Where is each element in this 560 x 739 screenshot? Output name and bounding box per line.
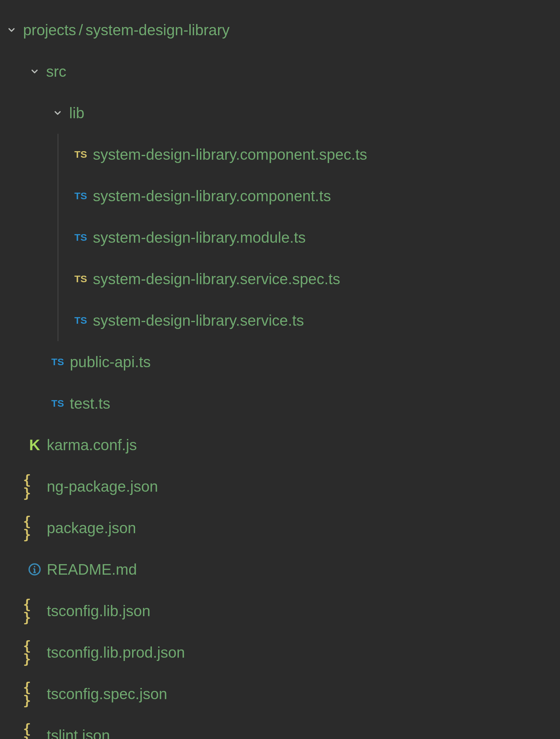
file-icon: { } bbox=[23, 639, 46, 666]
tree-indent bbox=[0, 217, 23, 258]
tree-indent bbox=[23, 92, 46, 134]
tree-folder-src[interactable]: src bbox=[0, 51, 560, 92]
file-label: system-design-library.component.ts bbox=[93, 188, 331, 203]
tree-indent bbox=[23, 258, 46, 300]
file-icon: { } bbox=[23, 598, 46, 624]
tree-file[interactable]: { }tsconfig.lib.json bbox=[0, 590, 560, 632]
tree-file[interactable]: README.md bbox=[0, 549, 560, 590]
tree-indent bbox=[23, 383, 46, 424]
tree-indent bbox=[23, 341, 46, 383]
json-file-icon: { } bbox=[23, 473, 46, 499]
ts-spec-file-icon: TS bbox=[75, 150, 87, 159]
tree-indent bbox=[46, 175, 69, 217]
tree-indent bbox=[0, 466, 23, 507]
tree-indent bbox=[0, 300, 23, 341]
tree-indent bbox=[0, 383, 23, 424]
breadcrumb-segment: system-design-library bbox=[86, 21, 230, 38]
tree-indent bbox=[0, 507, 23, 549]
tree-file[interactable]: TSsystem-design-library.service.ts bbox=[0, 300, 560, 341]
file-label: package.json bbox=[47, 520, 136, 536]
tree-indent bbox=[46, 217, 69, 258]
chevron-down-icon[interactable] bbox=[0, 25, 23, 35]
chevron-down-icon[interactable] bbox=[46, 108, 69, 118]
json-file-icon: { } bbox=[23, 681, 46, 707]
tree-indent bbox=[0, 673, 23, 715]
file-label: tsconfig.lib.json bbox=[47, 603, 151, 618]
tree-indent bbox=[23, 134, 46, 175]
tree-indent bbox=[46, 134, 69, 175]
tree-file[interactable]: { }package.json bbox=[0, 507, 560, 549]
karma-file-icon: K bbox=[29, 437, 40, 452]
file-label: tsconfig.lib.prod.json bbox=[47, 645, 185, 660]
file-icon: { } bbox=[23, 473, 46, 499]
tree-indent bbox=[0, 92, 23, 134]
file-label: public-api.ts bbox=[70, 354, 151, 370]
tree-file[interactable]: { }tslint.json bbox=[0, 715, 560, 739]
file-label: tsconfig.spec.json bbox=[47, 686, 167, 702]
file-icon: TS bbox=[46, 399, 69, 408]
readme-file-icon bbox=[23, 562, 46, 577]
tree-file[interactable]: TSsystem-design-library.component.spec.t… bbox=[0, 134, 560, 175]
tree-file[interactable]: TSsystem-design-library.component.ts bbox=[0, 175, 560, 217]
file-icon: TS bbox=[69, 191, 92, 201]
tree-file[interactable]: TSpublic-api.ts bbox=[0, 341, 560, 383]
file-icon: K bbox=[23, 437, 46, 452]
tree-indent bbox=[0, 590, 23, 632]
tree-file[interactable]: { }ng-package.json bbox=[0, 466, 560, 507]
file-tree: projects/system-design-librarysrclibTSsy… bbox=[0, 9, 560, 739]
tree-indent bbox=[0, 715, 23, 739]
tree-folder-lib[interactable]: lib bbox=[0, 92, 560, 134]
tree-file[interactable]: TStest.ts bbox=[0, 383, 560, 424]
file-label: system-design-library.service.spec.ts bbox=[93, 271, 340, 287]
ts-file-icon: TS bbox=[75, 315, 87, 325]
tree-file[interactable]: Kkarma.conf.js bbox=[0, 424, 560, 466]
breadcrumb-segment: projects bbox=[23, 21, 76, 38]
file-icon: TS bbox=[69, 150, 92, 159]
ts-file-icon: TS bbox=[51, 399, 64, 408]
breadcrumb-separator: / bbox=[76, 21, 86, 38]
tree-indent bbox=[0, 175, 23, 217]
file-icon: TS bbox=[69, 315, 92, 325]
json-file-icon: { } bbox=[23, 722, 46, 739]
file-icon: TS bbox=[69, 274, 92, 284]
json-file-icon: { } bbox=[23, 515, 46, 541]
chevron-down-icon[interactable] bbox=[23, 66, 46, 77]
tree-indent bbox=[23, 300, 46, 341]
file-icon: TS bbox=[46, 357, 69, 367]
ts-file-icon: TS bbox=[75, 191, 87, 201]
tree-indent bbox=[0, 549, 23, 590]
folder-label: lib bbox=[69, 105, 84, 121]
file-label: system-design-library.service.ts bbox=[93, 313, 304, 328]
tree-indent bbox=[0, 632, 23, 673]
tree-file[interactable]: TSsystem-design-library.module.ts bbox=[0, 217, 560, 258]
tree-indent bbox=[0, 341, 23, 383]
file-label: karma.conf.js bbox=[47, 437, 137, 452]
tree-indent bbox=[0, 424, 23, 466]
tree-indent bbox=[46, 258, 69, 300]
file-label: test.ts bbox=[70, 396, 110, 411]
file-label: tslint.json bbox=[47, 728, 110, 739]
tree-indent bbox=[0, 134, 23, 175]
tree-file[interactable]: { }tsconfig.spec.json bbox=[0, 673, 560, 715]
file-label: README.md bbox=[47, 562, 137, 577]
tree-file[interactable]: { }tsconfig.lib.prod.json bbox=[0, 632, 560, 673]
breadcrumb: projects/system-design-library bbox=[23, 22, 230, 37]
file-label: system-design-library.component.spec.ts bbox=[93, 147, 367, 162]
ts-file-icon: TS bbox=[51, 357, 64, 367]
json-file-icon: { } bbox=[23, 598, 46, 624]
tree-indent bbox=[46, 300, 69, 341]
tree-indent bbox=[0, 51, 23, 92]
tree-file[interactable]: TSsystem-design-library.service.spec.ts bbox=[0, 258, 560, 300]
tree-indent bbox=[23, 217, 46, 258]
svg-point-1 bbox=[34, 566, 35, 567]
folder-label: src bbox=[46, 64, 66, 79]
file-label: system-design-library.module.ts bbox=[93, 230, 306, 245]
tree-folder-root[interactable]: projects/system-design-library bbox=[0, 9, 560, 51]
file-label: ng-package.json bbox=[47, 479, 158, 494]
ts-spec-file-icon: TS bbox=[75, 274, 87, 284]
json-file-icon: { } bbox=[23, 639, 46, 666]
tree-indent bbox=[0, 258, 23, 300]
file-icon: { } bbox=[23, 681, 46, 707]
file-icon: TS bbox=[69, 233, 92, 243]
tree-indent bbox=[23, 175, 46, 217]
